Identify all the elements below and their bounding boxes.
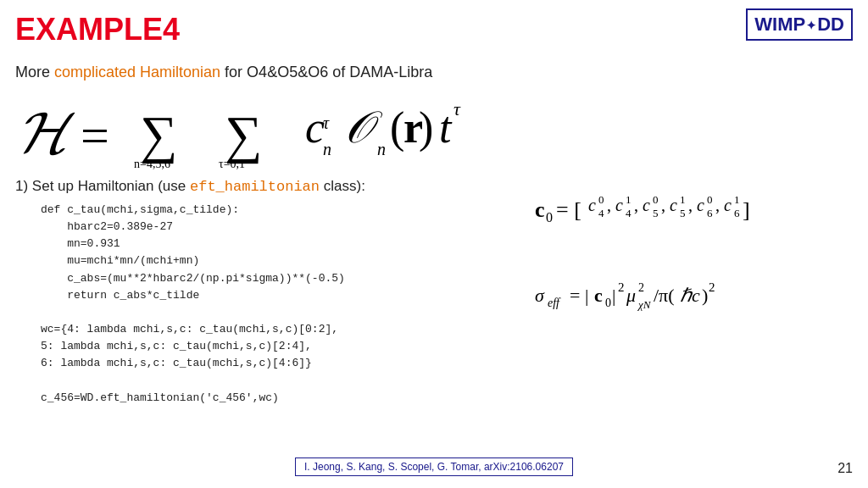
svg-text:,: ,: [715, 196, 720, 214]
page-number: 21: [837, 461, 853, 476]
subtitle-prefix: More: [15, 64, 54, 80]
svg-text:c: c: [697, 196, 704, 214]
svg-text:): ): [419, 103, 433, 152]
svg-text:1: 1: [680, 193, 686, 206]
svg-text:2: 2: [638, 281, 644, 294]
svg-text:,: ,: [607, 196, 611, 214]
right-math-area: c 0 = [ c 0 4 , c 1 4 , c 0 5 , c 1 5 , …: [531, 178, 853, 324]
logo-wimp: WIMP: [754, 14, 805, 35]
step1-code: eft_hamiltonian: [190, 179, 320, 195]
svg-text:c: c: [594, 285, 603, 306]
svg-text:n: n: [377, 140, 386, 158]
svg-text:2: 2: [618, 280, 625, 294]
svg-text:eff: eff: [548, 297, 561, 309]
svg-text:τ: τ: [453, 98, 461, 119]
svg-text:4: 4: [626, 207, 632, 219]
logo-star: ✦: [806, 19, 816, 32]
svg-text:0: 0: [653, 193, 659, 206]
svg-text:μ: μ: [626, 285, 636, 306]
svg-text:σ: σ: [535, 285, 545, 306]
svg-text:): ): [702, 285, 708, 306]
svg-text:,: ,: [661, 196, 665, 214]
code-line-10: c_456=WD.eft_hamiltonian('c_456',wc): [41, 390, 853, 407]
svg-text:c: c: [724, 196, 732, 214]
logo-text: WIMP✦DD: [754, 14, 844, 36]
svg-text:n=4,5,6: n=4,5,6: [134, 158, 170, 170]
step1-text: 1) Set up Hamiltonian (use: [15, 178, 190, 194]
svg-text:c: c: [305, 103, 325, 152]
svg-text:1: 1: [626, 193, 632, 206]
code-line-blank2: [41, 372, 853, 389]
svg-text:=: =: [81, 108, 109, 164]
svg-text:4: 4: [598, 207, 604, 219]
svg-text:c: c: [588, 196, 596, 214]
svg-text:,: ,: [688, 196, 693, 214]
svg-text:∑: ∑: [225, 106, 262, 164]
svg-text:|: |: [612, 285, 615, 306]
step1-suffix: class):: [320, 178, 365, 194]
logo-box: WIMP✦DD: [746, 8, 853, 41]
page-title: EXAMPLE4: [15, 12, 180, 47]
citation-box: I. Jeong, S. Kang, S. Scopel, G. Tomar, …: [295, 458, 573, 476]
subtitle-highlight: complicated Hamiltonian: [54, 64, 220, 80]
svg-text:= |: = |: [570, 285, 588, 306]
svg-text:(: (: [390, 103, 404, 152]
svg-text:]: ]: [743, 197, 750, 222]
svg-text:5: 5: [653, 207, 659, 219]
svg-text:c: c: [535, 197, 545, 222]
svg-text:6: 6: [707, 207, 713, 219]
svg-text:0: 0: [605, 297, 611, 309]
svg-text:c: c: [670, 196, 677, 214]
code-line-8: 5: lambda mchi,s,c: c_tau(mchi,s,c)[2:4]…: [41, 338, 853, 355]
svg-text:ℏc: ℏc: [680, 285, 700, 306]
svg-text:6: 6: [734, 207, 740, 219]
svg-text:c: c: [643, 196, 650, 214]
svg-text:= [: = [: [556, 197, 581, 222]
svg-text:,: ,: [634, 196, 638, 214]
svg-text:0: 0: [707, 193, 713, 206]
svg-text:τ=0,1: τ=0,1: [219, 158, 245, 170]
svg-text:𝓗: 𝓗: [17, 98, 75, 166]
svg-text:1: 1: [734, 193, 740, 206]
svg-text:5: 5: [680, 207, 686, 219]
svg-text:c: c: [615, 196, 623, 214]
c0-formula: c 0 = [ c 0 4 , c 1 4 , c 0 5 , c 1 5 , …: [531, 185, 853, 236]
svg-text:/π(: /π(: [654, 285, 675, 306]
svg-text:χN: χN: [637, 298, 652, 311]
subtitle-suffix: for O4&O5&O6 of DAMA-Libra: [220, 64, 432, 80]
svg-text:∑: ∑: [140, 106, 177, 164]
svg-text:τ: τ: [323, 114, 330, 132]
hamiltonian-formula: 𝓗 = ∑ n=4,5,6 ∑ τ=0,1 c τ n 𝒪 n ( r ) t …: [8, 92, 551, 176]
sigma-formula: σ eff = | c 0 | 2 μ 2 χN /π( ℏc ) 2: [531, 269, 853, 324]
svg-text:0: 0: [598, 193, 604, 206]
subtitle: More complicated Hamiltonian for O4&O5&O…: [15, 64, 432, 81]
svg-text:t: t: [439, 103, 453, 152]
code-line-9: 6: lambda mchi,s,c: c_tau(mchi,s,c)[4:6]…: [41, 355, 853, 372]
svg-text:2: 2: [709, 280, 715, 294]
svg-text:n: n: [323, 140, 331, 158]
svg-text:0: 0: [546, 210, 553, 225]
logo-dd: DD: [817, 14, 844, 35]
